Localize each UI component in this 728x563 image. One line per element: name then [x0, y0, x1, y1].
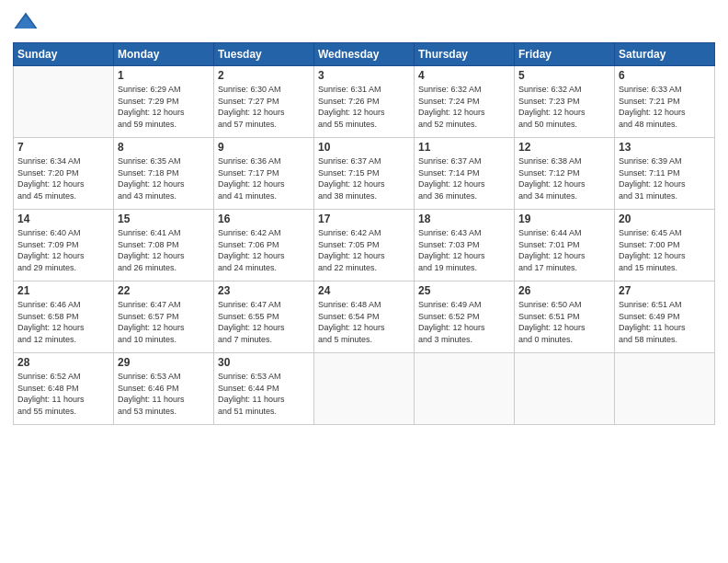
weekday-header-row: SundayMondayTuesdayWednesdayThursdayFrid…: [14, 43, 715, 66]
day-info: Sunrise: 6:47 AMSunset: 6:55 PMDaylight:…: [218, 299, 310, 345]
day-info: Sunrise: 6:53 AMSunset: 6:46 PMDaylight:…: [118, 371, 210, 417]
day-info: Sunrise: 6:35 AMSunset: 7:18 PMDaylight:…: [118, 155, 210, 201]
calendar-cell: 13Sunrise: 6:39 AMSunset: 7:11 PMDayligh…: [615, 138, 715, 210]
calendar-cell: 18Sunrise: 6:43 AMSunset: 7:03 PMDayligh…: [415, 210, 515, 282]
day-number: 26: [518, 284, 610, 297]
calendar-cell: 7Sunrise: 6:34 AMSunset: 7:20 PMDaylight…: [14, 138, 114, 210]
day-number: 21: [17, 284, 109, 297]
day-info: Sunrise: 6:32 AMSunset: 7:24 PMDaylight:…: [418, 84, 510, 130]
calendar-cell: 11Sunrise: 6:37 AMSunset: 7:14 PMDayligh…: [415, 138, 515, 210]
day-info: Sunrise: 6:29 AMSunset: 7:29 PMDaylight:…: [118, 84, 210, 130]
day-number: 23: [218, 284, 310, 297]
day-info: Sunrise: 6:41 AMSunset: 7:08 PMDaylight:…: [118, 227, 210, 273]
day-info: Sunrise: 6:49 AMSunset: 6:52 PMDaylight:…: [418, 299, 510, 345]
day-number: 2: [218, 69, 310, 82]
week-row-3: 14Sunrise: 6:40 AMSunset: 7:09 PMDayligh…: [14, 210, 715, 282]
calendar-cell: 15Sunrise: 6:41 AMSunset: 7:08 PMDayligh…: [114, 210, 214, 282]
calendar-cell: 28Sunrise: 6:52 AMSunset: 6:48 PMDayligh…: [14, 353, 114, 425]
weekday-header-saturday: Saturday: [615, 43, 715, 66]
day-number: 12: [518, 141, 610, 154]
calendar-table: SundayMondayTuesdayWednesdayThursdayFrid…: [13, 42, 715, 425]
calendar-cell: [515, 353, 615, 425]
calendar-cell: [314, 353, 415, 425]
calendar-cell: [14, 66, 114, 138]
calendar-cell: 16Sunrise: 6:42 AMSunset: 7:06 PMDayligh…: [214, 210, 314, 282]
calendar-cell: 17Sunrise: 6:42 AMSunset: 7:05 PMDayligh…: [314, 210, 415, 282]
calendar-cell: 29Sunrise: 6:53 AMSunset: 6:46 PMDayligh…: [114, 353, 214, 425]
week-row-2: 7Sunrise: 6:34 AMSunset: 7:20 PMDaylight…: [14, 138, 715, 210]
day-number: 1: [118, 69, 210, 82]
day-number: 8: [118, 141, 210, 154]
day-number: 7: [17, 141, 109, 154]
calendar-cell: 21Sunrise: 6:46 AMSunset: 6:58 PMDayligh…: [14, 282, 114, 353]
page-container: SundayMondayTuesdayWednesdayThursdayFrid…: [0, 0, 728, 563]
day-number: 17: [318, 213, 410, 225]
day-number: 19: [518, 213, 610, 225]
day-number: 30: [218, 356, 310, 369]
day-number: 28: [17, 356, 109, 369]
calendar-cell: 5Sunrise: 6:32 AMSunset: 7:23 PMDaylight…: [515, 66, 615, 138]
calendar-cell: 2Sunrise: 6:30 AMSunset: 7:27 PMDaylight…: [214, 66, 314, 138]
calendar-cell: 22Sunrise: 6:47 AMSunset: 6:57 PMDayligh…: [114, 282, 214, 353]
day-number: 3: [318, 69, 410, 82]
week-row-4: 21Sunrise: 6:46 AMSunset: 6:58 PMDayligh…: [14, 282, 715, 353]
calendar-cell: 10Sunrise: 6:37 AMSunset: 7:15 PMDayligh…: [314, 138, 415, 210]
logo: [13, 9, 42, 35]
weekday-header-wednesday: Wednesday: [314, 43, 415, 66]
calendar-cell: 14Sunrise: 6:40 AMSunset: 7:09 PMDayligh…: [14, 210, 114, 282]
calendar-cell: 6Sunrise: 6:33 AMSunset: 7:21 PMDaylight…: [615, 66, 715, 138]
day-info: Sunrise: 6:30 AMSunset: 7:27 PMDaylight:…: [218, 84, 310, 130]
day-info: Sunrise: 6:38 AMSunset: 7:12 PMDaylight:…: [518, 155, 610, 201]
day-number: 27: [619, 284, 711, 297]
day-number: 29: [118, 356, 210, 369]
day-info: Sunrise: 6:36 AMSunset: 7:17 PMDaylight:…: [218, 155, 310, 201]
calendar-cell: 12Sunrise: 6:38 AMSunset: 7:12 PMDayligh…: [515, 138, 615, 210]
day-info: Sunrise: 6:44 AMSunset: 7:01 PMDaylight:…: [518, 227, 610, 273]
day-info: Sunrise: 6:50 AMSunset: 6:51 PMDaylight:…: [518, 299, 610, 345]
day-number: 25: [418, 284, 510, 297]
day-info: Sunrise: 6:47 AMSunset: 6:57 PMDaylight:…: [118, 299, 210, 345]
day-info: Sunrise: 6:39 AMSunset: 7:11 PMDaylight:…: [619, 155, 711, 201]
weekday-header-friday: Friday: [515, 43, 615, 66]
day-number: 6: [619, 69, 711, 82]
day-number: 13: [619, 141, 711, 154]
day-info: Sunrise: 6:31 AMSunset: 7:26 PMDaylight:…: [318, 84, 410, 130]
calendar-cell: 1Sunrise: 6:29 AMSunset: 7:29 PMDaylight…: [114, 66, 214, 138]
calendar-cell: 9Sunrise: 6:36 AMSunset: 7:17 PMDaylight…: [214, 138, 314, 210]
calendar-cell: 3Sunrise: 6:31 AMSunset: 7:26 PMDaylight…: [314, 66, 415, 138]
weekday-header-tuesday: Tuesday: [214, 43, 314, 66]
day-info: Sunrise: 6:48 AMSunset: 6:54 PMDaylight:…: [318, 299, 410, 345]
weekday-header-thursday: Thursday: [415, 43, 515, 66]
calendar-cell: 20Sunrise: 6:45 AMSunset: 7:00 PMDayligh…: [615, 210, 715, 282]
weekday-header-monday: Monday: [114, 43, 214, 66]
day-info: Sunrise: 6:53 AMSunset: 6:44 PMDaylight:…: [218, 371, 310, 417]
calendar-cell: 23Sunrise: 6:47 AMSunset: 6:55 PMDayligh…: [214, 282, 314, 353]
day-info: Sunrise: 6:43 AMSunset: 7:03 PMDaylight:…: [418, 227, 510, 273]
day-number: 10: [318, 141, 410, 154]
week-row-5: 28Sunrise: 6:52 AMSunset: 6:48 PMDayligh…: [14, 353, 715, 425]
calendar-cell: 25Sunrise: 6:49 AMSunset: 6:52 PMDayligh…: [415, 282, 515, 353]
day-info: Sunrise: 6:42 AMSunset: 7:06 PMDaylight:…: [218, 227, 310, 273]
day-number: 16: [218, 213, 310, 225]
header: [13, 9, 715, 35]
calendar-cell: 24Sunrise: 6:48 AMSunset: 6:54 PMDayligh…: [314, 282, 415, 353]
weekday-header-sunday: Sunday: [14, 43, 114, 66]
week-row-1: 1Sunrise: 6:29 AMSunset: 7:29 PMDaylight…: [14, 66, 715, 138]
day-number: 24: [318, 284, 410, 297]
day-number: 11: [418, 141, 510, 154]
day-number: 5: [518, 69, 610, 82]
day-info: Sunrise: 6:37 AMSunset: 7:14 PMDaylight:…: [418, 155, 510, 201]
day-info: Sunrise: 6:33 AMSunset: 7:21 PMDaylight:…: [619, 84, 711, 130]
logo-icon: [13, 9, 39, 35]
day-info: Sunrise: 6:32 AMSunset: 7:23 PMDaylight:…: [518, 84, 610, 130]
day-info: Sunrise: 6:46 AMSunset: 6:58 PMDaylight:…: [17, 299, 109, 345]
day-number: 22: [118, 284, 210, 297]
day-number: 9: [218, 141, 310, 154]
day-info: Sunrise: 6:45 AMSunset: 7:00 PMDaylight:…: [619, 227, 711, 273]
calendar-cell: 26Sunrise: 6:50 AMSunset: 6:51 PMDayligh…: [515, 282, 615, 353]
calendar-cell: 8Sunrise: 6:35 AMSunset: 7:18 PMDaylight…: [114, 138, 214, 210]
calendar-cell: 4Sunrise: 6:32 AMSunset: 7:24 PMDaylight…: [415, 66, 515, 138]
calendar-cell: 27Sunrise: 6:51 AMSunset: 6:49 PMDayligh…: [615, 282, 715, 353]
calendar-cell: [615, 353, 715, 425]
day-number: 4: [418, 69, 510, 82]
